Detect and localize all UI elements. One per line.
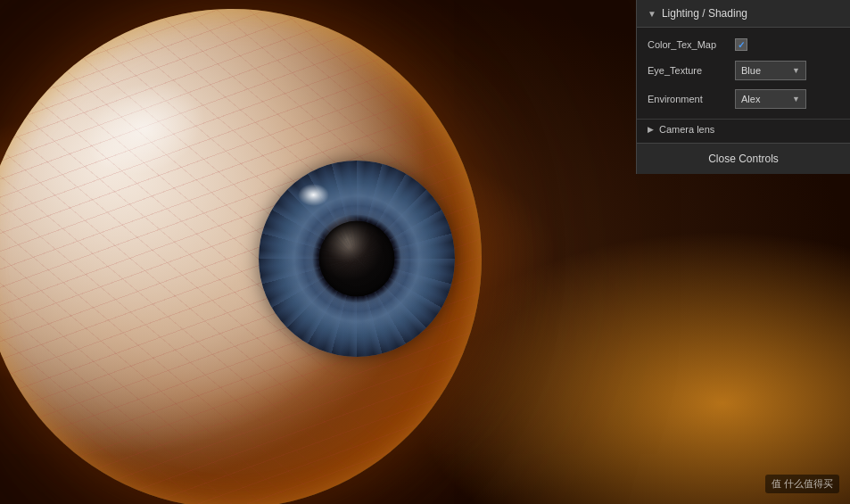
eye-texture-value: Blue <box>741 65 761 76</box>
eyeball <box>0 9 482 504</box>
panel-section: Color_Tex_Map ✓ Eye_Texture Blue ▼ Envir… <box>637 28 850 119</box>
color-tex-map-row: Color_Tex_Map ✓ <box>637 33 850 56</box>
close-controls-button[interactable]: Close Controls <box>637 143 850 174</box>
checkbox-checkmark: ✓ <box>738 40 745 50</box>
environment-dropdown-arrow: ▼ <box>792 95 800 103</box>
eye-texture-dropdown-arrow: ▼ <box>792 66 800 75</box>
eye-texture-label: Eye_Texture <box>648 65 728 76</box>
panel-collapse-arrow[interactable]: ▼ <box>648 9 656 19</box>
control-panel: ▼ Lighting / Shading Color_Tex_Map ✓ Eye… <box>636 0 850 174</box>
panel-header[interactable]: ▼ Lighting / Shading <box>637 0 850 28</box>
eyeball-container <box>0 9 517 504</box>
environment-value: Alex <box>741 94 760 104</box>
gold-rim <box>0 9 482 504</box>
environment-label: Environment <box>648 94 728 104</box>
panel-title: Lighting / Shading <box>662 7 747 20</box>
environment-dropdown[interactable]: Alex ▼ <box>735 89 806 109</box>
eye-texture-row: Eye_Texture Blue ▼ <box>637 56 850 85</box>
watermark: 值 什么值得买 <box>765 475 839 493</box>
camera-collapse-arrow[interactable]: ▶ <box>648 125 654 134</box>
color-tex-map-label: Color_Tex_Map <box>648 39 728 50</box>
environment-row: Environment Alex ▼ <box>637 85 850 113</box>
eye-texture-dropdown[interactable]: Blue ▼ <box>735 61 806 80</box>
color-tex-map-checkbox[interactable]: ✓ <box>735 38 747 51</box>
camera-lens-section[interactable]: ▶ Camera lens <box>637 119 850 139</box>
camera-lens-label: Camera lens <box>659 124 714 135</box>
